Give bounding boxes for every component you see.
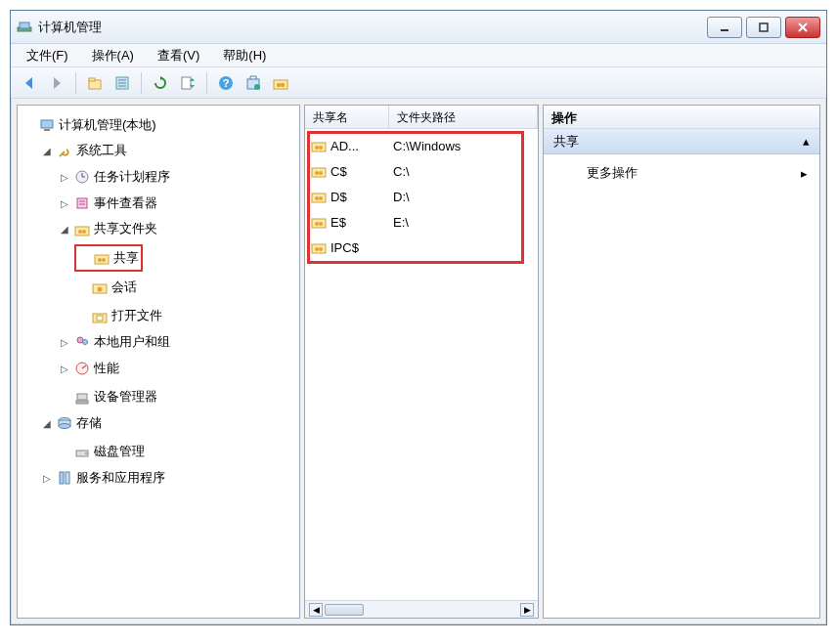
shares-icon-button[interactable] xyxy=(268,70,293,96)
svg-rect-28 xyxy=(75,227,89,236)
svg-rect-37 xyxy=(97,316,103,321)
table-row[interactable]: E$E:\ xyxy=(311,209,532,235)
toolbar: ? xyxy=(11,67,826,99)
tree-shares[interactable]: 共享 xyxy=(74,244,143,273)
table-row[interactable]: C$C:\ xyxy=(311,158,532,184)
svg-point-59 xyxy=(319,196,323,200)
tree-open-files[interactable]: 打开文件 xyxy=(74,303,164,329)
tree-device-manager[interactable]: 设备管理器 xyxy=(57,384,159,410)
refresh-button[interactable] xyxy=(148,70,173,96)
table-row[interactable]: AD...C:\Windows xyxy=(311,133,532,158)
menu-action[interactable]: 操作(A) xyxy=(80,44,146,67)
expand-icon[interactable]: ▷ xyxy=(59,194,70,213)
horizontal-scrollbar[interactable]: ◀ ▶ xyxy=(305,600,538,618)
expand-icon[interactable]: ▷ xyxy=(59,333,70,352)
svg-point-35 xyxy=(98,287,103,292)
cell-folder-path: E:\ xyxy=(393,215,409,230)
scroll-left-icon[interactable]: ◀ xyxy=(309,603,323,617)
svg-rect-25 xyxy=(77,198,87,208)
list-body[interactable]: AD...C:\WindowsC$C:\D$D:\E$E:\IPC$ xyxy=(305,129,538,600)
menu-view[interactable]: 查看(V) xyxy=(146,44,211,67)
tree-sessions[interactable]: 会话 xyxy=(74,275,139,301)
tree-panel: 计算机管理(本地) ◢ 系统工具 xyxy=(17,105,300,619)
column-folder-path[interactable]: 文件夹路径 xyxy=(389,106,538,128)
export-button[interactable] xyxy=(175,70,200,96)
svg-text:?: ? xyxy=(223,77,230,89)
up-button[interactable] xyxy=(82,70,108,96)
tree-storage[interactable]: ◢ 存储 xyxy=(39,410,104,437)
tree-label: 系统工具 xyxy=(76,139,127,163)
svg-point-33 xyxy=(102,258,106,262)
svg-rect-3 xyxy=(760,23,768,31)
svg-rect-42 xyxy=(77,394,87,400)
share-icon xyxy=(311,138,327,153)
expand-icon[interactable]: ▷ xyxy=(59,168,70,187)
svg-point-19 xyxy=(281,82,285,86)
services-icon xyxy=(57,470,72,486)
tree-local-users[interactable]: ▷ 本地用户和组 xyxy=(57,329,172,356)
storage-icon xyxy=(57,415,72,431)
svg-rect-63 xyxy=(312,244,326,253)
navigation-tree[interactable]: 计算机管理(本地) ◢ 系统工具 xyxy=(18,106,299,495)
tree-label: 性能 xyxy=(94,357,119,381)
toolbar-separator xyxy=(206,72,207,94)
cell-share-name: E$ xyxy=(330,215,346,230)
tree-task-scheduler[interactable]: ▷ 任务计划程序 xyxy=(57,164,172,191)
table-row[interactable]: IPC$ xyxy=(311,235,532,260)
svg-point-64 xyxy=(315,247,319,251)
actions-header: 操作 xyxy=(544,106,819,129)
scroll-thumb[interactable] xyxy=(325,604,364,616)
forward-button[interactable] xyxy=(44,70,69,96)
actions-section[interactable]: 共享 ▴ xyxy=(544,129,819,154)
svg-rect-50 xyxy=(66,472,69,484)
cell-share-name: C$ xyxy=(330,164,347,179)
svg-point-16 xyxy=(254,84,260,90)
title-bar: 计算机管理 xyxy=(11,11,826,44)
scroll-right-icon[interactable]: ▶ xyxy=(520,603,534,617)
expand-icon[interactable]: ▷ xyxy=(41,469,53,488)
window-title: 计算机管理 xyxy=(38,19,707,36)
expand-icon[interactable]: ▷ xyxy=(59,360,70,378)
menu-help[interactable]: 帮助(H) xyxy=(211,44,278,67)
collapse-icon[interactable]: ◢ xyxy=(59,220,70,238)
svg-rect-7 xyxy=(89,78,95,81)
share-icon xyxy=(311,189,327,204)
actions-more[interactable]: 更多操作 ▸ xyxy=(544,154,819,192)
new-share-button[interactable] xyxy=(241,70,266,96)
tree-label: 计算机管理(本地) xyxy=(59,113,156,138)
svg-point-62 xyxy=(319,222,323,226)
minimize-button[interactable] xyxy=(707,17,742,38)
back-button[interactable] xyxy=(17,70,42,96)
column-share-name[interactable]: 共享名 xyxy=(305,106,389,128)
svg-rect-54 xyxy=(312,168,326,177)
svg-point-53 xyxy=(319,146,323,150)
users-icon xyxy=(74,334,90,350)
menu-bar: 文件(F) 操作(A) 查看(V) 帮助(H) xyxy=(11,44,826,67)
tree-label: 本地用户和组 xyxy=(94,330,170,355)
tree-root[interactable]: 计算机管理(本地) xyxy=(22,112,158,139)
chevron-right-icon: ▸ xyxy=(801,166,808,181)
share-icon xyxy=(311,163,327,179)
help-button[interactable]: ? xyxy=(213,70,239,96)
close-button[interactable] xyxy=(785,17,820,38)
svg-rect-60 xyxy=(312,219,326,228)
tree-shared-folders[interactable]: ◢ 共享文件夹 xyxy=(57,216,159,242)
tree-system-tools[interactable]: ◢ 系统工具 xyxy=(39,138,129,164)
svg-rect-1 xyxy=(20,22,29,28)
shares-icon xyxy=(94,250,110,266)
properties-button[interactable] xyxy=(110,70,135,96)
collapse-icon[interactable]: ◢ xyxy=(41,142,53,160)
maximize-button[interactable] xyxy=(746,17,781,38)
tree-performance[interactable]: ▷ 性能 xyxy=(57,356,121,382)
svg-point-39 xyxy=(83,340,88,345)
shared-folder-icon xyxy=(74,222,90,237)
content-area: 计算机管理(本地) ◢ 系统工具 xyxy=(11,99,826,624)
table-row[interactable]: D$D:\ xyxy=(311,184,532,209)
collapse-icon: ▴ xyxy=(803,134,810,149)
tree-disk-management[interactable]: 磁盘管理 xyxy=(57,439,147,465)
svg-rect-57 xyxy=(312,193,326,202)
collapse-icon[interactable]: ◢ xyxy=(41,414,53,433)
tree-services-apps[interactable]: ▷ 服务和应用程序 xyxy=(39,465,167,492)
tree-event-viewer[interactable]: ▷ 事件查看器 xyxy=(57,191,159,217)
menu-file[interactable]: 文件(F) xyxy=(15,44,80,67)
